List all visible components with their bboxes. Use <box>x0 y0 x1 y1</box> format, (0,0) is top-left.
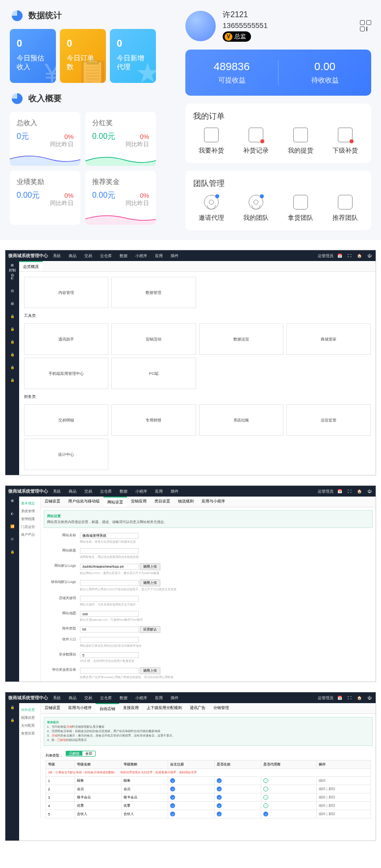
action-restock[interactable]: 我要补货 <box>189 128 234 155</box>
calendar-icon[interactable]: 📅 <box>336 488 343 495</box>
sub-tab[interactable]: 营销应用 <box>127 497 151 507</box>
upload-button[interactable]: 调用上传 <box>140 563 160 570</box>
form-input[interactable] <box>80 611 139 617</box>
action-pickup-team[interactable]: 拿货团队 <box>279 195 323 222</box>
sub-tab[interactable]: 类目设置 <box>151 497 174 507</box>
sub-tab[interactable]: 网站设置 <box>103 497 127 507</box>
menu-system[interactable]: 系统 <box>53 253 61 259</box>
card-new-agents[interactable]: 0 今日新增代理 ★ <box>110 29 156 83</box>
grid-item[interactable]: 内容管理 <box>24 277 108 308</box>
sub-tab[interactable]: 上下级应用分配规则 <box>143 703 186 713</box>
side-settings[interactable]: 🔒 <box>8 365 17 374</box>
sub-tab[interactable]: 自由店铺 <box>96 703 119 713</box>
expand-icon[interactable]: ⛶ <box>346 252 353 259</box>
nav-merchant[interactable]: 商户产品 <box>21 531 38 539</box>
grid-item[interactable]: 数据运营 <box>199 323 283 355</box>
check-icon[interactable]: ✓ <box>217 812 222 816</box>
sub-tab[interactable]: 用户信息与移动端 <box>64 497 103 507</box>
menu-plugin[interactable]: 插件 <box>171 489 178 494</box>
home-icon[interactable]: 🏠 <box>356 488 363 495</box>
side-l2[interactable]: 🔒 <box>8 718 17 727</box>
grid-item[interactable]: 手机端应用管理中心 <box>24 358 108 389</box>
row-actions[interactable]: 编辑 | 删除 <box>319 804 335 807</box>
grid-item[interactable]: 商城管家 <box>286 323 371 355</box>
side-s4[interactable]: ⊞ <box>8 537 17 546</box>
menu-app[interactable]: 应用 <box>155 489 163 494</box>
qr-icon[interactable] <box>360 20 371 31</box>
row-actions[interactable]: 编辑 <box>319 779 326 782</box>
form-input[interactable] <box>80 533 139 539</box>
side-report[interactable]: 🔒 <box>8 314 17 323</box>
menu-data[interactable]: 数据 <box>120 253 127 259</box>
menu-app[interactable]: 应用 <box>155 253 163 259</box>
upload-button[interactable]: 设置默认 <box>140 626 160 633</box>
upload-button[interactable]: 调用上传 <box>140 579 160 586</box>
row-actions[interactable]: 编辑 | 删除 <box>319 795 335 799</box>
form-input[interactable] <box>80 637 139 643</box>
menu-cloud[interactable]: 云仓库 <box>100 253 112 259</box>
user-label[interactable]: 总管理员 <box>318 489 333 494</box>
calendar-icon[interactable]: 📅 <box>336 694 343 701</box>
grid-item[interactable]: 交易明细 <box>24 404 108 436</box>
menu-trade[interactable]: 交易 <box>84 695 92 701</box>
side-restock[interactable]: ◐ <box>8 276 17 285</box>
side-s2[interactable]: ◐ <box>8 511 17 520</box>
power-icon[interactable]: ⏻ <box>366 488 373 495</box>
sub-tab[interactable]: 店铺设置 <box>41 703 64 713</box>
power-icon[interactable]: ⏻ <box>366 694 373 701</box>
rev-card-performance[interactable]: 业绩奖励 0.00元 0% 同比昨日 <box>10 171 80 225</box>
action-sub-restock[interactable]: 下级补货 <box>323 128 367 155</box>
sub-tab[interactable]: 应用与小程序 <box>198 497 229 507</box>
sub-tab[interactable]: 物流规则 <box>174 497 198 507</box>
side-user[interactable]: 🔒 <box>8 340 17 348</box>
side-l1[interactable]: 🔒 <box>8 705 17 714</box>
check-icon[interactable]: ✓ <box>170 803 175 808</box>
sub-tab[interactable]: 店铺设置 <box>41 497 64 507</box>
nav-basic[interactable]: 基本信息 <box>21 500 38 507</box>
check-icon[interactable]: ✓ <box>217 787 222 791</box>
earnings-card[interactable]: 489836 可提收益 0.00 待收收益 <box>185 50 371 96</box>
expand-icon[interactable]: ⛶ <box>346 488 353 495</box>
menu-cloud[interactable]: 云仓库 <box>100 489 112 494</box>
rev-card-bonus[interactable]: 分红奖 0.00元 0% 同比昨日 <box>85 112 156 166</box>
sub-tab[interactable]: 直接应用 <box>119 703 143 713</box>
grid-item[interactable]: 通讯助手 <box>24 323 108 355</box>
power-icon[interactable]: ⏻ <box>366 252 373 259</box>
form-input[interactable] <box>80 596 139 602</box>
upload-button[interactable]: 调用上传 <box>140 667 160 674</box>
form-input[interactable] <box>80 668 139 674</box>
nav-store[interactable]: 门店运营 <box>21 523 38 531</box>
action-invite[interactable]: 邀请代理 <box>189 195 234 222</box>
check-icon[interactable]: ✓ <box>217 795 222 800</box>
row-actions[interactable]: 编辑 | 删除 <box>319 812 335 815</box>
menu-trade[interactable]: 交易 <box>84 253 92 259</box>
nav-perm[interactable]: 权限设置 <box>21 714 38 722</box>
nav-ext[interactable]: 对外设置 <box>21 706 38 714</box>
form-input[interactable] <box>80 627 139 632</box>
check-icon[interactable]: ✓ <box>170 778 175 783</box>
side-settings[interactable]: ⚙ <box>8 499 17 507</box>
nav-pay[interactable]: 支付配置 <box>21 722 38 730</box>
avatar[interactable] <box>185 11 216 41</box>
action-my-pickup[interactable]: 我的提货 <box>279 128 323 155</box>
form-input[interactable] <box>80 580 139 586</box>
row-actions[interactable]: 编辑 | 删除 <box>319 787 335 790</box>
menu-trade[interactable]: 交易 <box>84 489 92 494</box>
rev-card-total[interactable]: 总收入 0元 0% 同比昨日 <box>10 112 80 166</box>
check-icon[interactable]: ✓ <box>217 778 222 783</box>
menu-plugin[interactable]: 插件 <box>171 253 178 259</box>
user-label[interactable]: 总管理员 <box>318 695 333 701</box>
menu-system[interactable]: 系统 <box>53 695 61 701</box>
grid-item[interactable]: 专用财报 <box>111 404 196 436</box>
rev-card-referral[interactable]: 推荐奖金 0.00元 0% 同比昨日 <box>85 171 156 225</box>
grid-item[interactable]: PC端 <box>111 358 196 389</box>
action-recommend-team[interactable]: 推荐团队 <box>323 195 367 222</box>
action-my-team[interactable]: 我的团队 <box>234 195 279 222</box>
menu-product[interactable]: 商品 <box>69 253 76 259</box>
menu-miniapp[interactable]: 小程序 <box>135 253 147 259</box>
action-restock-log[interactable]: 补货记录 <box>234 128 279 155</box>
check-icon[interactable]: ✓ <box>217 803 222 808</box>
side-s5[interactable]: 🔒 <box>8 550 17 558</box>
calendar-icon[interactable]: 📅 <box>336 252 343 259</box>
side-console[interactable]: ⊞控制台 <box>8 263 17 272</box>
